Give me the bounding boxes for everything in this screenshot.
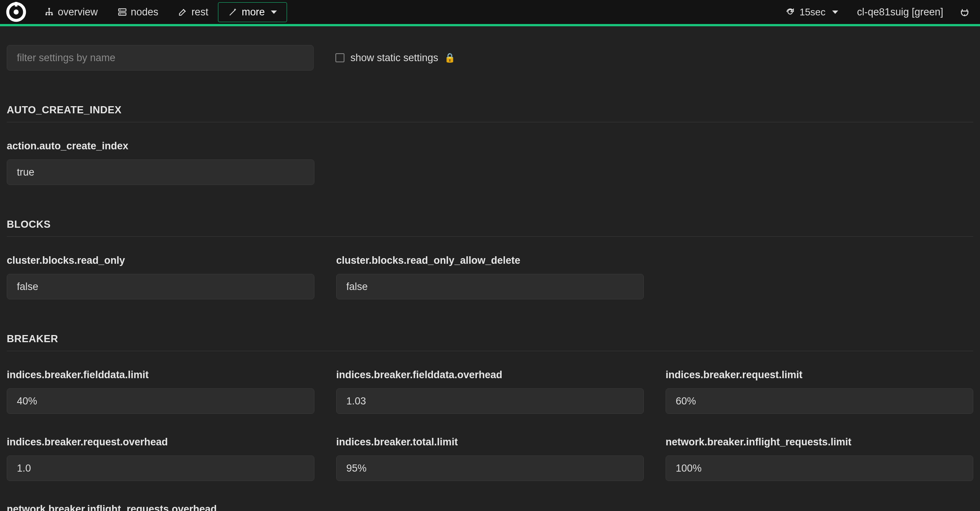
nav-more-label: more xyxy=(242,6,265,18)
section-breaker: BREAKER indices.breaker.fielddata.limit … xyxy=(7,333,973,511)
show-static-settings[interactable]: show static settings 🔒 xyxy=(336,52,455,64)
nav-rest[interactable]: rest xyxy=(168,3,218,22)
svg-rect-6 xyxy=(51,13,52,15)
field-cluster-blocks-read-only: cluster.blocks.read_only xyxy=(7,255,314,299)
show-static-label: show static settings xyxy=(350,52,438,64)
field-label: indices.breaker.request.limit xyxy=(666,369,973,381)
plug-icon xyxy=(959,6,970,18)
svg-point-1 xyxy=(14,10,18,14)
svg-point-10 xyxy=(120,13,121,14)
svg-point-9 xyxy=(120,10,121,11)
svg-rect-3 xyxy=(48,8,50,10)
nav-rest-label: rest xyxy=(191,6,208,18)
controls-row: show static settings 🔒 xyxy=(7,45,973,70)
field-request-limit: indices.breaker.request.limit xyxy=(666,369,973,414)
nav-right: 15sec cl-qe81suig [green] xyxy=(778,6,975,18)
field-input-total-limit[interactable] xyxy=(336,455,644,481)
chevron-down-icon xyxy=(271,11,277,14)
svg-rect-7 xyxy=(119,9,126,11)
sitemap-icon xyxy=(44,7,54,17)
cluster-name: cl-qe81suig [green] xyxy=(846,6,955,18)
edit-icon xyxy=(178,7,188,17)
svg-rect-5 xyxy=(48,13,50,15)
field-total-limit: indices.breaker.total.limit xyxy=(336,436,644,481)
svg-rect-8 xyxy=(119,13,126,15)
navbar: overview nodes rest more 15sec xyxy=(0,0,980,26)
svg-rect-2 xyxy=(15,2,18,6)
section-title: AUTO_CREATE_INDEX xyxy=(7,104,973,122)
field-inflight-overhead: network.breaker.inflight_requests.overhe… xyxy=(7,503,314,511)
field-input-request-limit[interactable] xyxy=(666,388,973,414)
field-input-inflight-limit[interactable] xyxy=(666,455,973,481)
chevron-down-icon xyxy=(832,11,838,14)
brand-logo[interactable] xyxy=(5,1,27,23)
field-inflight-limit: network.breaker.inflight_requests.limit xyxy=(666,436,973,481)
connection-button[interactable] xyxy=(955,6,975,18)
refresh-label: 15sec xyxy=(800,6,826,18)
lock-icon: 🔒 xyxy=(444,53,455,63)
nav-overview[interactable]: overview xyxy=(35,3,108,22)
nav-left: overview nodes rest more xyxy=(5,1,287,23)
svg-rect-4 xyxy=(45,13,47,15)
field-cluster-blocks-read-only-allow-delete: cluster.blocks.read_only_allow_delete xyxy=(336,255,644,299)
field-label: action.auto_create_index xyxy=(7,140,314,152)
nav-nodes-label: nodes xyxy=(131,6,159,18)
field-input-read-only[interactable] xyxy=(7,274,314,299)
field-input-fielddata-limit[interactable] xyxy=(7,388,314,414)
field-action-auto-create-index: action.auto_create_index xyxy=(7,140,314,185)
field-label: indices.breaker.fielddata.overhead xyxy=(336,369,644,381)
field-input-request-overhead[interactable] xyxy=(7,455,314,481)
field-input-fielddata-overhead[interactable] xyxy=(336,388,644,414)
server-icon xyxy=(118,7,127,17)
logo-icon xyxy=(6,2,27,22)
field-label: indices.breaker.total.limit xyxy=(336,436,644,448)
section-title: BREAKER xyxy=(7,333,973,351)
nav-more[interactable]: more xyxy=(218,2,287,22)
field-input-read-only-allow-delete[interactable] xyxy=(336,274,644,299)
section-title: BLOCKS xyxy=(7,219,973,237)
field-label: network.breaker.inflight_requests.overhe… xyxy=(7,503,314,511)
field-fielddata-overhead: indices.breaker.fielddata.overhead xyxy=(336,369,644,414)
page-content: show static settings 🔒 AUTO_CREATE_INDEX… xyxy=(0,26,980,511)
field-fielddata-limit: indices.breaker.fielddata.limit xyxy=(7,369,314,414)
field-input-action-auto-create-index[interactable] xyxy=(7,159,314,185)
nav-nodes[interactable]: nodes xyxy=(108,3,169,22)
field-label: indices.breaker.fielddata.limit xyxy=(7,369,314,381)
refresh-interval[interactable]: 15sec xyxy=(778,6,846,18)
field-label: network.breaker.inflight_requests.limit xyxy=(666,436,973,448)
filter-settings-input[interactable] xyxy=(7,45,313,70)
checkbox-icon[interactable] xyxy=(336,53,344,62)
section-auto-create-index: AUTO_CREATE_INDEX action.auto_create_ind… xyxy=(7,104,973,185)
field-label: indices.breaker.request.overhead xyxy=(7,436,314,448)
section-blocks: BLOCKS cluster.blocks.read_only cluster.… xyxy=(7,219,973,299)
refresh-icon xyxy=(785,7,795,17)
nav-overview-label: overview xyxy=(58,6,98,18)
field-request-overhead: indices.breaker.request.overhead xyxy=(7,436,314,481)
field-label: cluster.blocks.read_only_allow_delete xyxy=(336,255,644,266)
wand-icon xyxy=(228,7,238,17)
field-label: cluster.blocks.read_only xyxy=(7,255,314,266)
